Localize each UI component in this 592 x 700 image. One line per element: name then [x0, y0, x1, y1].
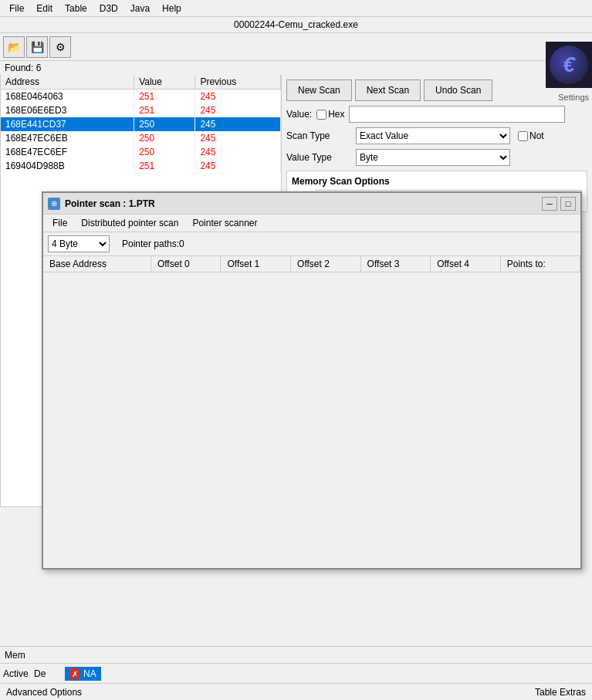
- address-cell: 168E441CD37: [1, 117, 134, 131]
- col-value: Value: [134, 75, 195, 90]
- bottom-panel: Mem Active De ✗ NA: [0, 646, 592, 683]
- ptr-col-offset3: Offset 3: [360, 256, 431, 272]
- address-cell: 168E47EC6EF: [1, 145, 134, 159]
- status-bar: Advanced Options Table Extras: [0, 683, 592, 700]
- minimize-button[interactable]: ─: [542, 197, 557, 211]
- menu-table[interactable]: Table: [59, 2, 93, 15]
- value-label: Value:: [286, 109, 312, 120]
- size-select[interactable]: 4 Byte: [48, 235, 110, 252]
- table-row[interactable]: 169404D988B251245: [1, 159, 281, 173]
- ptr-col-base: Base Address: [43, 256, 151, 272]
- active-label: Active: [3, 668, 34, 679]
- logo-icon: €: [550, 46, 588, 84]
- logo-area: €: [546, 42, 592, 88]
- address-cell: 168E06E6ED3: [1, 103, 134, 117]
- menu-help[interactable]: Help: [156, 2, 188, 15]
- active-row: Active De ✗ NA: [0, 664, 592, 684]
- pointer-table-container: Base Address Offset 0 Offset 1 Offset 2 …: [43, 256, 580, 546]
- window-title: 00002244-Cemu_cracked.exe: [234, 19, 358, 30]
- toolbar: 📂 💾 ⚙: [0, 33, 592, 61]
- found-bar: Found: 6: [0, 61, 592, 75]
- main-window: File Edit Table D3D Java Help 00002244-C…: [0, 0, 592, 700]
- address-table: Address Value Previous 168E0464063251245…: [1, 75, 281, 173]
- previous-cell: 245: [195, 90, 281, 104]
- paths-info: Pointer paths:0: [122, 238, 184, 249]
- previous-cell: 245: [195, 159, 281, 173]
- pointer-window-titlebar: ⊕ Pointer scan : 1.PTR ─ □: [43, 193, 580, 215]
- value-cell: 250: [134, 145, 195, 159]
- open-button[interactable]: 📂: [3, 36, 25, 58]
- not-checkbox[interactable]: [518, 131, 528, 141]
- previous-cell: 245: [195, 103, 281, 117]
- desc-label: De: [34, 668, 65, 679]
- col-address: Address: [1, 75, 134, 90]
- window-controls: ─ □: [542, 197, 576, 211]
- menu-java[interactable]: Java: [124, 2, 156, 15]
- scan-type-select[interactable]: Exact Value: [356, 127, 510, 144]
- scan-type-row: Scan Type Exact Value Not: [286, 127, 587, 144]
- adv-options-label[interactable]: Advanced Options: [6, 687, 82, 698]
- title-bar: 00002244-Cemu_cracked.exe: [0, 17, 592, 33]
- scan-buttons-row: New Scan Next Scan Undo Scan: [286, 79, 587, 101]
- menu-edit[interactable]: Edit: [30, 2, 59, 15]
- table-row[interactable]: 168E06E6ED3251245: [1, 103, 281, 117]
- next-scan-button[interactable]: Next Scan: [355, 79, 421, 101]
- address-cell: 169404D988B: [1, 159, 134, 173]
- pointer-scan-window: ⊕ Pointer scan : 1.PTR ─ □ File Distribu…: [42, 191, 582, 570]
- table-row[interactable]: 168E47EC6EF250245: [1, 145, 281, 159]
- previous-cell: 245: [195, 131, 281, 145]
- col-previous: Previous: [195, 75, 281, 90]
- menu-d3d[interactable]: D3D: [93, 2, 124, 15]
- memory-scan-title: Memory Scan Options: [292, 176, 582, 187]
- table-extras-label[interactable]: Table Extras: [535, 687, 586, 698]
- save-button[interactable]: 💾: [26, 36, 48, 58]
- pointer-table: Base Address Offset 0 Offset 1 Offset 2 …: [43, 256, 580, 272]
- ptr-col-offset2: Offset 2: [291, 256, 361, 272]
- active-item-text: NA: [83, 668, 96, 679]
- active-item-icon: ✗: [69, 668, 80, 679]
- value-input[interactable]: 245: [349, 106, 565, 123]
- table-row[interactable]: 168E441CD37250245: [1, 117, 281, 131]
- new-scan-button[interactable]: New Scan: [286, 79, 352, 101]
- settings-button[interactable]: ⚙: [49, 36, 71, 58]
- active-item[interactable]: ✗ NA: [65, 667, 101, 681]
- ptr-menu-scanner[interactable]: Pointer scanner: [186, 216, 263, 230]
- value-cell: 251: [134, 90, 195, 104]
- ptr-col-points: Points to:: [500, 256, 580, 272]
- ptr-col-offset4: Offset 4: [431, 256, 501, 272]
- menu-bar: File Edit Table D3D Java Help: [0, 0, 592, 17]
- value-type-label: Value Type: [286, 152, 348, 163]
- found-count: 6: [36, 63, 42, 73]
- value-type-row: Value Type Byte: [286, 149, 587, 166]
- ptr-col-offset1: Offset 1: [221, 256, 291, 272]
- mem-label: Mem: [0, 647, 592, 664]
- hex-label: Hex: [328, 109, 344, 120]
- value-section: Value: Hex 245: [286, 106, 587, 123]
- previous-cell: 245: [195, 145, 281, 159]
- value-type-select[interactable]: Byte: [356, 149, 510, 166]
- previous-cell: 245: [195, 117, 281, 131]
- address-cell: 168E0464063: [1, 90, 134, 104]
- pointer-scan-icon: ⊕: [48, 198, 60, 210]
- value-cell: 250: [134, 117, 195, 131]
- maximize-button[interactable]: □: [560, 197, 576, 211]
- address-cell: 168E47EC6EB: [1, 131, 134, 145]
- settings-label: Settings: [558, 93, 589, 102]
- pointer-window-title: Pointer scan : 1.PTR: [65, 198, 155, 209]
- menu-file[interactable]: File: [3, 2, 30, 15]
- table-row[interactable]: 168E47EC6EB250245: [1, 131, 281, 145]
- undo-scan-button[interactable]: Undo Scan: [424, 79, 492, 101]
- ptr-menu-file[interactable]: File: [46, 216, 73, 230]
- value-cell: 251: [134, 103, 195, 117]
- found-label: Found:: [5, 63, 33, 73]
- hex-checkbox[interactable]: [316, 110, 326, 120]
- pointer-toolbar: 4 Byte Pointer paths:0: [43, 232, 580, 256]
- value-cell: 251: [134, 159, 195, 173]
- not-label: Not: [529, 130, 544, 141]
- scan-type-label: Scan Type: [286, 130, 348, 141]
- not-checkbox-group: Not: [518, 130, 544, 141]
- pointer-menu-bar: File Distributed pointer scan Pointer sc…: [43, 215, 580, 232]
- ptr-menu-distributed[interactable]: Distributed pointer scan: [75, 216, 184, 230]
- table-row[interactable]: 168E0464063251245: [1, 90, 281, 104]
- ptr-col-offset0: Offset 0: [151, 256, 221, 272]
